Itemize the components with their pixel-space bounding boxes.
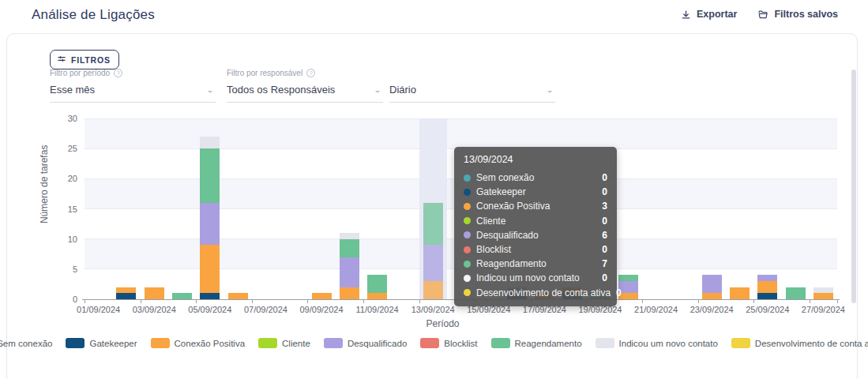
x-tick-label: 23/09/2024: [690, 305, 734, 314]
legend-label: Sem conexão: [0, 339, 52, 348]
tooltip-series-name: Sem conexão: [476, 172, 596, 183]
x-axis-tick: [307, 299, 308, 303]
bar-segment[interactable]: [340, 239, 359, 257]
bar-segment[interactable]: [145, 287, 164, 299]
bar-segment[interactable]: [702, 275, 722, 293]
plot-stripe: [85, 118, 837, 148]
series-dot-icon: [464, 246, 471, 253]
tooltip-series-name: Reagendamento: [476, 258, 596, 269]
stacked-bar-chart: Número de tarefas 05101520253001/09/2024…: [0, 0, 868, 379]
legend-label: Desqualificado: [348, 339, 407, 348]
legend-swatch-icon: [420, 338, 439, 348]
bar-segment[interactable]: [200, 137, 220, 148]
series-dot-icon: [464, 289, 471, 296]
bar-segment[interactable]: [618, 275, 638, 281]
bar-segment[interactable]: [116, 287, 136, 294]
legend-label: Blocklist: [444, 339, 477, 348]
x-axis-tick: [698, 299, 699, 303]
bar-segment[interactable]: [814, 287, 833, 294]
legend-label: Gatekeeper: [89, 339, 137, 348]
tooltip-series-value: 6: [602, 230, 607, 241]
tooltip-row: Desqualificado6: [464, 228, 607, 242]
legend-swatch-icon: [491, 338, 510, 348]
x-axis-tick: [753, 299, 754, 303]
bar-segment[interactable]: [757, 275, 777, 281]
tooltip-series-value: 7: [602, 258, 607, 269]
series-dot-icon: [464, 275, 471, 282]
bar-segment[interactable]: [200, 245, 220, 293]
legend-item[interactable]: Reagendamento: [491, 338, 582, 348]
y-tick-label: 5: [54, 265, 77, 274]
legend-swatch-icon: [258, 338, 277, 348]
bar-segment[interactable]: [200, 148, 220, 203]
bar-segment[interactable]: [423, 245, 443, 281]
tooltip-row: Reagendamento7: [464, 257, 607, 271]
tooltip-series-name: Gatekeeper: [476, 186, 596, 197]
legend-item[interactable]: Gatekeeper: [66, 338, 137, 348]
bar-segment[interactable]: [340, 233, 359, 239]
page: Análise de Ligações Exportar Filtros sal…: [0, 0, 868, 379]
bar-segment[interactable]: [423, 281, 443, 299]
x-tick-label: 03/09/2024: [133, 305, 176, 314]
legend-label: Indicou um novo contato: [619, 339, 718, 348]
bar-segment[interactable]: [367, 275, 387, 293]
x-tick-label: 17/09/2024: [523, 305, 566, 314]
x-axis-tick: [837, 299, 838, 303]
x-tick-label: 25/09/2024: [746, 305, 789, 314]
tooltip-row: Conexão Positiva3: [464, 199, 607, 213]
bar-segment[interactable]: [340, 287, 359, 299]
legend-label: Conexão Positiva: [175, 339, 246, 348]
tooltip-series-value: 0: [602, 172, 607, 183]
bar-segment[interactable]: [367, 293, 387, 299]
legend-item[interactable]: Blocklist: [420, 338, 477, 348]
tooltip-series-name: Cliente: [476, 216, 596, 227]
x-tick-label: 07/09/2024: [244, 305, 287, 314]
legend-item[interactable]: Sem conexão: [0, 338, 52, 348]
tooltip-row: Desenvolvimento de conta ativa0: [464, 286, 607, 300]
series-dot-icon: [464, 261, 471, 268]
bar-segment[interactable]: [730, 287, 750, 299]
x-tick-label: 21/09/2024: [634, 305, 678, 314]
bar-segment[interactable]: [340, 257, 359, 287]
x-tick-label: 01/09/2024: [77, 305, 120, 314]
bar-segment[interactable]: [757, 281, 777, 293]
y-tick-label: 30: [54, 114, 77, 123]
legend-label: Cliente: [282, 339, 310, 348]
tooltip-series-name: Conexão Positiva: [476, 201, 596, 212]
bar-segment[interactable]: [423, 203, 443, 245]
tooltip-row: Cliente0: [464, 214, 607, 228]
bar-segment[interactable]: [228, 293, 248, 299]
tooltip-series-name: Blocklist: [476, 244, 596, 255]
bar-segment[interactable]: [116, 293, 136, 299]
legend-item[interactable]: Conexão Positiva: [151, 338, 246, 348]
x-axis-tick: [141, 299, 141, 303]
legend-item[interactable]: Indicou um novo contato: [596, 338, 718, 348]
x-axis-tick: [419, 299, 420, 303]
bar-segment[interactable]: [757, 293, 777, 299]
gridline: [85, 118, 837, 119]
bar-segment[interactable]: [786, 287, 806, 299]
bar-segment[interactable]: [702, 293, 722, 299]
y-tick-label: 25: [54, 144, 77, 153]
tooltip-row: Blocklist0: [464, 242, 607, 257]
bar-segment[interactable]: [814, 293, 833, 299]
bar-segment[interactable]: [200, 203, 220, 245]
series-dot-icon: [464, 174, 471, 182]
tooltip-series-name: Indicou um novo contato: [476, 272, 596, 283]
legend-label: Desenvolvimento de conta ativa: [755, 339, 868, 348]
bar-segment[interactable]: [200, 293, 220, 299]
legend-label: Reagendamento: [515, 339, 582, 348]
tooltip-series-value: 0: [602, 186, 607, 197]
tooltip-row: Sem conexão0: [464, 171, 607, 185]
x-axis-tick: [85, 299, 85, 303]
tooltip-title: 13/09/2024: [464, 154, 607, 165]
legend-swatch-icon: [151, 338, 170, 348]
tooltip-series-value: 0: [616, 287, 622, 298]
legend-swatch-icon: [596, 338, 614, 348]
legend-item[interactable]: Desenvolvimento de conta ativa: [731, 338, 868, 348]
legend-swatch-icon: [324, 338, 343, 348]
legend-item[interactable]: Cliente: [258, 338, 310, 348]
legend-item[interactable]: Desqualificado: [324, 338, 407, 348]
bar-segment[interactable]: [172, 293, 192, 299]
bar-segment[interactable]: [312, 293, 332, 299]
